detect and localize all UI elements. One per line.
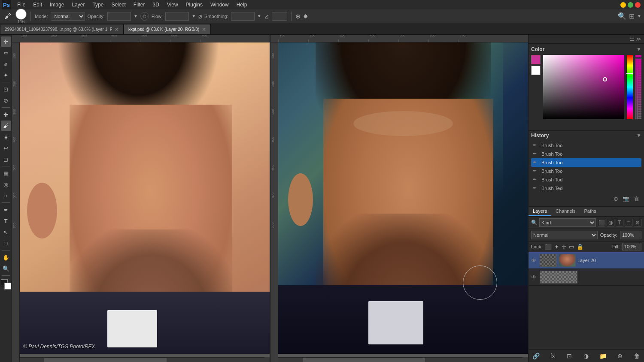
smoothing-dropdown-icon[interactable]: ▼ [257,14,261,18]
layer-item-20[interactable]: 👁 Layer 20 [529,252,644,269]
tool-dodge[interactable]: ○ [1,190,11,201]
history-item-2[interactable]: ✒ Brush Tool [531,150,641,158]
tab-2-close[interactable]: ✕ [202,27,206,33]
tool-hand[interactable]: ✋ [1,252,11,262]
brush-preview[interactable] [15,9,27,20]
layers-tab-channels[interactable]: Channels [551,207,580,216]
lock-transparent-icon[interactable]: ⬛ [545,244,552,250]
delete-layer-button[interactable]: 🗑 [632,351,641,361]
history-snapshot-icon[interactable]: 📷 [622,194,630,203]
fg-swatch[interactable] [531,55,541,64]
menu-help[interactable]: Help [233,1,251,9]
history-item-3[interactable]: ✒ Brush Tool [531,158,641,167]
tool-path-select[interactable]: ↖ [1,227,11,237]
blend-mode-select[interactable]: Normal Multiply Screen [531,231,598,239]
tool-clone[interactable]: ◈ [1,132,11,142]
workspace-icon[interactable]: ⊞ [629,12,635,20]
pixel-filter-icon[interactable]: ⬛ [598,219,605,226]
alpha-slider[interactable] [635,55,641,119]
layers-tab-paths[interactable]: Paths [580,207,601,216]
layer-opacity-input[interactable] [620,231,641,239]
layer-fill-input[interactable] [622,243,641,250]
tool-blur[interactable]: ◎ [1,179,11,190]
history-item-1[interactable]: ✒ Brush Tool [531,141,641,150]
opacity-dropdown-icon[interactable]: ▼ [134,14,138,18]
airbrush-icon[interactable]: ⌀ [198,13,202,20]
tool-history-brush[interactable]: ↩ [1,143,11,153]
bg-swatch[interactable] [531,66,541,75]
background-color[interactable] [4,283,11,290]
color-saturation-area[interactable] [543,55,624,119]
layer-mask-button[interactable]: ⊡ [565,351,574,361]
extra-icon[interactable]: ✸ [303,13,308,20]
maximize-button[interactable] [628,2,633,8]
smoothing-input[interactable]: 8% [231,12,255,21]
lock-all-icon[interactable]: 🔒 [577,244,583,250]
menu-select[interactable]: Select [108,1,129,9]
fg-bg-colors[interactable] [1,279,11,290]
menu-filter[interactable]: Filter [130,1,149,9]
adjustment-layer-button[interactable]: ◑ [581,351,591,361]
tool-eyedropper[interactable]: ⊘ [1,95,11,106]
tool-zoom[interactable]: 🔍 [1,263,11,274]
panel-menu-icon[interactable]: ☰ [630,36,635,42]
tool-healing[interactable]: ✚ [1,109,11,120]
tool-magic-wand[interactable]: ✦ [1,70,11,80]
lock-image-icon[interactable]: ✦ [554,244,559,250]
workspace-dropdown-icon[interactable]: ▼ [637,14,641,18]
color-panel-collapse[interactable]: ▼ [636,46,641,52]
history-item-5[interactable]: ✒ Brush Tod [531,175,641,184]
type-filter-icon[interactable]: T [616,219,623,226]
pressure-icon[interactable]: ⊕ [295,13,301,20]
angle-icon[interactable]: ⊿ [264,13,269,20]
shape-filter-icon[interactable]: □ [625,219,632,226]
smoothing-toggle[interactable]: ◎ [140,12,149,21]
close-button[interactable] [635,2,641,8]
menu-layer[interactable]: Layer [68,1,88,9]
layers-tab-layers[interactable]: Layers [529,207,551,216]
new-layer-button[interactable]: ⊕ [615,351,625,361]
group-layer-button[interactable]: 📁 [598,351,608,361]
menu-image[interactable]: Image [46,1,67,9]
layer-20-visibility[interactable]: 👁 [531,257,538,264]
menu-plugins[interactable]: Plugins [182,1,206,9]
minimize-button[interactable] [620,2,626,8]
tool-lasso[interactable]: ⌀ [1,59,11,69]
angle-input[interactable]: 0° [272,12,287,21]
right-scroll-horizontal[interactable] [278,357,523,362]
link-layers-button[interactable]: 🔗 [531,351,541,361]
tool-pen[interactable]: ✒ [1,205,11,215]
tab-1[interactable]: 299240814_110643237998...n.png @ 63.6% (… [0,24,124,34]
color-gradient-area[interactable] [543,55,624,128]
search-icon[interactable]: 🔍 [618,12,626,20]
lock-position-icon[interactable]: ✛ [562,244,566,250]
tool-move[interactable]: ✛ [1,36,11,47]
panel-collapse-icon[interactable]: ≫ [636,36,641,42]
left-photo-canvas[interactable]: © Paul Dennis/TGS Photo/REX [20,42,270,354]
smart-filter-icon[interactable]: ⊕ [634,219,641,226]
history-panel-collapse[interactable]: ▼ [636,133,641,139]
menu-window[interactable]: Window [207,1,232,9]
layer-empty-visibility[interactable]: 👁 [531,274,538,281]
layers-kind-select[interactable]: Kind Name Effect [539,218,596,227]
flow-input[interactable]: 60% [165,12,189,21]
history-delete-icon[interactable]: 🗑 [632,194,641,203]
brush-preview-container[interactable]: 116 [15,9,27,24]
tool-gradient[interactable]: ▤ [1,168,11,178]
mode-select[interactable]: Normal Multiply Screen [51,12,85,21]
menu-file[interactable]: File [14,1,29,9]
brush-tool-icon[interactable]: 🖌 [3,11,13,21]
tool-crop[interactable]: ⊡ [1,84,11,94]
flow-dropdown-icon[interactable]: ▼ [191,14,196,18]
layer-style-button[interactable]: fx [548,351,557,361]
history-item-4[interactable]: ✒ Brush Tool [531,167,641,175]
menu-view[interactable]: View [164,1,182,9]
left-scroll-horizontal[interactable] [20,357,264,362]
hue-slider[interactable] [627,55,633,119]
tab-2[interactable]: kkpt.psd @ 63.6% (Layer 20, RGB/8) ✕ [124,24,211,34]
tool-shape[interactable]: □ [1,238,11,248]
layer-item-empty[interactable]: 👁 [529,269,644,286]
lock-artboard-icon[interactable]: ▭ [569,244,574,250]
right-photo-canvas[interactable] [278,42,528,354]
adjustment-filter-icon[interactable]: ◑ [607,219,614,226]
